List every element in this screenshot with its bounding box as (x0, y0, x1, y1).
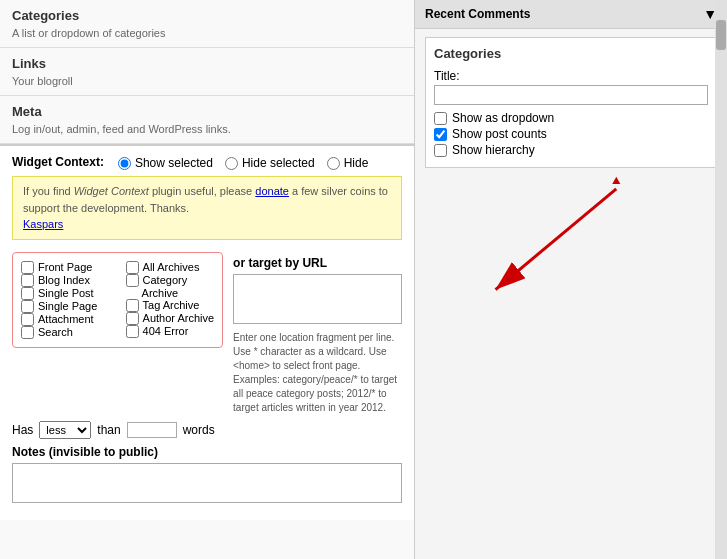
blog-index-checkbox[interactable] (21, 274, 34, 287)
404-error-label: 404 Error (143, 325, 189, 337)
categories-title: Categories (12, 8, 402, 23)
archive-sub-label: Archive (142, 287, 179, 299)
less-more-select[interactable]: less more (39, 421, 91, 439)
has-less-row: Has less more than words (12, 421, 402, 439)
blog-index-label: Blog Index (38, 274, 90, 286)
front-page-checkbox-item: Front Page (21, 261, 110, 274)
show-on-selected-input[interactable] (118, 157, 131, 170)
categories-widget-item[interactable]: Categories A list or dropdown of categor… (0, 0, 414, 48)
author-archive-checkbox-item: Author Archive (126, 312, 215, 325)
scrollbar[interactable] (715, 0, 727, 559)
hide-on-selected-label: Hide selected (242, 156, 315, 170)
hide-radio[interactable]: Hide (327, 156, 369, 170)
front-page-label: Front Page (38, 261, 92, 273)
show-on-selected-label: Show selected (135, 156, 213, 170)
show-post-counts-checkbox[interactable] (434, 128, 447, 141)
scrollbar-thumb (716, 20, 726, 50)
single-post-checkbox[interactable] (21, 287, 34, 300)
single-page-checkbox[interactable] (21, 300, 34, 313)
url-target-section: or target by URL Enter one location frag… (233, 256, 402, 415)
show-hierarchy-label: Show hierarchy (452, 143, 535, 157)
donate-plugin-name: Widget Context (74, 185, 149, 197)
categories-desc: A list or dropdown of categories (12, 27, 402, 39)
donate-link[interactable]: donate (255, 185, 289, 197)
blog-index-checkbox-item: Blog Index (21, 274, 110, 287)
col1-items: Front Page Blog Index Single Post (21, 261, 110, 339)
title-field-row: Title: (434, 69, 708, 105)
widget-context-label: Widget Context: (12, 155, 104, 169)
links-title: Links (12, 56, 402, 71)
category-archive-checkbox[interactable] (126, 274, 139, 287)
title-field-input[interactable] (434, 85, 708, 105)
radio-group: Show selected Hide selected Hide (118, 156, 368, 170)
search-label: Search (38, 326, 73, 338)
show-hierarchy-checkbox[interactable] (434, 144, 447, 157)
show-as-dropdown-checkbox[interactable] (434, 112, 447, 125)
attachment-label: Attachment (38, 313, 94, 325)
notes-section: Notes (invisible to public) (12, 445, 402, 506)
show-post-counts-row: Show post counts (434, 127, 708, 141)
col2-items: All Archives Category Archive (126, 261, 215, 339)
single-page-label: Single Page (38, 300, 97, 312)
search-checkbox[interactable] (21, 326, 34, 339)
url-target-label: or target by URL (233, 256, 402, 270)
links-desc: Your blogroll (12, 75, 402, 87)
single-post-label: Single Post (38, 287, 94, 299)
all-archives-label: All Archives (143, 261, 200, 273)
tag-archive-checkbox-item: Tag Archive (126, 299, 215, 312)
widget-context-section: Widget Context: Show selected Hide selec… (0, 144, 414, 520)
show-on-selected-radio[interactable]: Show selected (118, 156, 213, 170)
hide-input[interactable] (327, 157, 340, 170)
all-archives-checkbox-item: All Archives (126, 261, 215, 274)
tag-archive-label: Tag Archive (143, 299, 200, 311)
hide-on-selected-input[interactable] (225, 157, 238, 170)
author-link[interactable]: Kaspars (23, 218, 63, 230)
show-hierarchy-row: Show hierarchy (434, 143, 708, 157)
links-widget-item[interactable]: Links Your blogroll (0, 48, 414, 96)
categories-widget-box: Categories Title: Show as dropdown Show … (425, 37, 717, 168)
has-label: Has (12, 423, 33, 437)
checkbox-grid-wrapper: Front Page Blog Index Single Post (12, 252, 223, 348)
donate-notice: If you find Widget Context plugin useful… (12, 176, 402, 240)
donate-text-middle: plugin useful, please (149, 185, 255, 197)
hide-on-selected-radio[interactable]: Hide selected (225, 156, 315, 170)
search-checkbox-item: Search (21, 326, 110, 339)
url-textarea[interactable] (233, 274, 402, 324)
attachment-checkbox[interactable] (21, 313, 34, 326)
url-help-text: Enter one location fragment per line. Us… (233, 331, 402, 415)
notes-textarea[interactable] (12, 463, 402, 503)
front-page-checkbox[interactable] (21, 261, 34, 274)
checkbox-grid: Front Page Blog Index Single Post (21, 261, 214, 339)
single-page-checkbox-item: Single Page (21, 300, 110, 313)
donate-text-before: If you find (23, 185, 74, 197)
category-archive-sub-item: Archive (126, 287, 215, 299)
show-as-dropdown-label: Show as dropdown (452, 111, 554, 125)
category-archive-checkbox-item: Category (126, 274, 215, 287)
show-as-dropdown-row: Show as dropdown (434, 111, 708, 125)
word-count-input[interactable] (127, 422, 177, 438)
than-label: than (97, 423, 120, 437)
recent-comments-header: Recent Comments ▼ (415, 0, 727, 29)
author-archive-label: Author Archive (143, 312, 215, 324)
all-archives-checkbox[interactable] (126, 261, 139, 274)
right-panel-content: Categories Title: Show as dropdown Show … (415, 29, 727, 186)
category-archive-label: Category (143, 274, 188, 286)
notes-label: Notes (invisible to public) (12, 445, 402, 459)
categories-widget-title: Categories (434, 46, 708, 61)
recent-comments-title: Recent Comments (425, 7, 530, 21)
meta-widget-item[interactable]: Meta Log in/out, admin, feed and WordPre… (0, 96, 414, 144)
right-panel: Recent Comments ▼ Categories Title: Show… (415, 0, 727, 559)
left-panel: Categories A list or dropdown of categor… (0, 0, 415, 559)
404-error-checkbox-item: 404 Error (126, 325, 215, 338)
words-label: words (183, 423, 215, 437)
title-field-label: Title: (434, 69, 708, 83)
meta-desc: Log in/out, admin, feed and WordPress li… (12, 123, 402, 135)
404-error-checkbox[interactable] (126, 325, 139, 338)
checkbox-grid-container: Front Page Blog Index Single Post (12, 246, 223, 354)
meta-title: Meta (12, 104, 402, 119)
single-post-checkbox-item: Single Post (21, 287, 110, 300)
tag-archive-checkbox[interactable] (126, 299, 139, 312)
attachment-checkbox-item: Attachment (21, 313, 110, 326)
show-post-counts-label: Show post counts (452, 127, 547, 141)
author-archive-checkbox[interactable] (126, 312, 139, 325)
